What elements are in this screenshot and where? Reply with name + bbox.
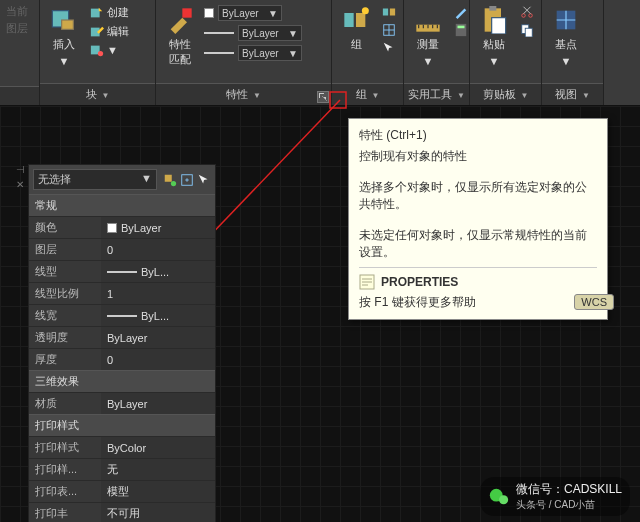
insert-button[interactable]: 插入 ▼	[46, 4, 82, 69]
chevron-down-icon: ▼	[561, 55, 572, 67]
svg-rect-17	[489, 6, 496, 11]
property-value[interactable]: 0	[101, 349, 215, 370]
edit-attr-button[interactable]: ▼	[88, 42, 131, 58]
property-row[interactable]: 颜色ByLayer	[29, 216, 215, 238]
select-all-button[interactable]	[452, 4, 470, 20]
linetype-icon	[204, 52, 234, 54]
select-objects-icon[interactable]	[197, 173, 211, 187]
tooltip-line: 未选定任何对象时，仅显示常规特性的当前设置。	[359, 227, 597, 261]
property-row[interactable]: 打印丰不可用	[29, 502, 215, 522]
property-value[interactable]: ByColor	[101, 437, 215, 458]
basepoint-label: 基点	[555, 37, 577, 52]
paste-button[interactable]: 粘贴 ▼	[476, 4, 512, 69]
panel-clipboard: 粘贴 ▼ 剪贴板 ▼	[470, 0, 542, 105]
property-value[interactable]: 不可用	[101, 503, 215, 522]
match-icon	[166, 6, 194, 34]
properties-launcher[interactable]	[317, 91, 329, 103]
svg-rect-22	[525, 28, 532, 37]
property-value[interactable]: 模型	[101, 481, 215, 502]
create-button[interactable]: 创建	[88, 4, 131, 21]
edit-button[interactable]: 编辑	[88, 23, 131, 40]
property-row[interactable]: 线型ByL...	[29, 260, 215, 282]
basepoint-icon	[552, 6, 580, 34]
svg-point-9	[362, 7, 369, 14]
property-key: 线型比例	[29, 283, 101, 304]
svg-rect-11	[390, 9, 395, 16]
chevron-down-icon: ▼	[107, 44, 118, 56]
property-row[interactable]: 线型比例1	[29, 282, 215, 304]
panel-view-title: 视图 ▼	[542, 83, 603, 105]
copy-button[interactable]	[518, 22, 536, 38]
property-row[interactable]: 图层0	[29, 238, 215, 260]
basepoint-button[interactable]: 基点 ▼	[548, 4, 584, 69]
panel-properties-title: 特性 ▼	[156, 83, 331, 105]
quickselect-icon[interactable]	[163, 173, 177, 187]
lineweight-icon	[204, 32, 234, 34]
property-key: 厚度	[29, 349, 101, 370]
property-row[interactable]: 厚度0	[29, 348, 215, 370]
paste-label: 粘贴	[483, 37, 505, 52]
pin-icon[interactable]: ⊣	[16, 164, 25, 175]
property-key: 图层	[29, 239, 101, 260]
selection-dropdown[interactable]: 无选择▼	[33, 169, 157, 190]
panel-layer-title	[0, 86, 39, 105]
property-value[interactable]: ByLayer	[101, 393, 215, 414]
selection-label: 无选择	[38, 172, 71, 187]
command-icon	[359, 274, 375, 290]
cut-button[interactable]	[518, 4, 536, 20]
svg-point-28	[171, 180, 176, 185]
pickadd-icon[interactable]	[180, 173, 194, 187]
tooltip-title: 特性 (Ctrl+1)	[359, 127, 597, 144]
wcs-badge[interactable]: WCS	[574, 294, 614, 310]
panel-clipboard-title: 剪贴板 ▼	[470, 83, 541, 105]
properties-palette: 无选择▼ 常规颜色ByLayer图层0线型ByL...线型比例1线宽ByL...…	[28, 164, 216, 522]
group-edit-button[interactable]	[380, 22, 398, 38]
palette-dock-handle[interactable]: ⊣ ✕	[12, 164, 28, 190]
color-dropdown[interactable]: ByLayer▼	[204, 5, 302, 21]
property-row[interactable]: 透明度ByLayer	[29, 326, 215, 348]
property-row[interactable]: 线宽ByL...	[29, 304, 215, 326]
property-row[interactable]: 材质ByLayer	[29, 392, 215, 414]
edit-attr-icon	[90, 43, 104, 57]
property-row[interactable]: 打印表...模型	[29, 480, 215, 502]
property-key: 透明度	[29, 327, 101, 348]
property-key: 打印样式	[29, 437, 101, 458]
insert-label: 插入	[53, 37, 75, 52]
property-value[interactable]: 0	[101, 239, 215, 260]
property-row[interactable]: 打印样式ByColor	[29, 436, 215, 458]
linetype-dropdown[interactable]: ByLayer▼	[204, 45, 302, 61]
property-value[interactable]: ByLayer	[101, 327, 215, 348]
svg-point-19	[522, 14, 526, 18]
quickcalc-button[interactable]	[452, 22, 470, 38]
close-icon[interactable]: ✕	[16, 179, 24, 190]
svg-rect-18	[492, 18, 506, 34]
group-select-button[interactable]	[380, 40, 398, 56]
measure-button[interactable]: 测量 ▼	[410, 4, 446, 69]
property-value[interactable]: 1	[101, 283, 215, 304]
property-row[interactable]: 打印样...无	[29, 458, 215, 480]
property-value[interactable]: ByLayer	[101, 217, 215, 238]
current-label: 当前	[6, 4, 28, 19]
property-key: 线宽	[29, 305, 101, 326]
match-properties-button[interactable]: 特性 匹配	[162, 4, 198, 69]
chevron-down-icon: ▼	[489, 55, 500, 67]
tooltip-line: 控制现有对象的特性	[359, 148, 597, 165]
category-header[interactable]: 三维效果	[29, 370, 215, 392]
property-value[interactable]: ByL...	[101, 261, 215, 282]
edit-icon	[90, 25, 104, 39]
lineweight-dropdown[interactable]: ByLayer▼	[204, 25, 302, 41]
property-value[interactable]: 无	[101, 459, 215, 480]
measure-label: 测量	[417, 37, 439, 52]
lt-value: ByLayer	[242, 48, 279, 59]
group-button[interactable]: 组	[338, 4, 374, 54]
svg-rect-2	[91, 8, 100, 17]
category-header[interactable]: 常规	[29, 194, 215, 216]
edit-label: 编辑	[107, 24, 129, 39]
panel-group-title: 组 ▼	[332, 83, 403, 105]
ungroup-button[interactable]	[380, 4, 398, 20]
category-header[interactable]: 打印样式	[29, 414, 215, 436]
color-swatch-icon	[107, 223, 117, 233]
paste-icon	[480, 6, 508, 34]
insert-icon	[50, 6, 78, 34]
property-value[interactable]: ByL...	[101, 305, 215, 326]
